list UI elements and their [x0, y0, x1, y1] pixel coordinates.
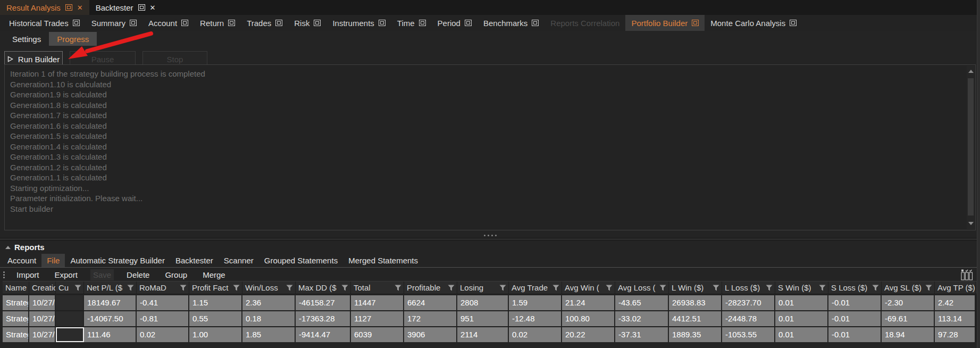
toolbar-grip-icon[interactable]: [3, 270, 6, 279]
table-cell[interactable]: 10/27/: [29, 295, 56, 310]
table-cell[interactable]: 18.94: [882, 327, 935, 342]
report-view-tab[interactable]: Portfolio Builder: [625, 15, 705, 31]
table-cell[interactable]: -69.61: [882, 311, 935, 326]
table-cell[interactable]: 1.15: [189, 295, 242, 310]
filter-icon[interactable]: [127, 285, 134, 291]
table-cell[interactable]: [56, 327, 84, 342]
report-view-tab[interactable]: Historical Trades: [3, 15, 86, 31]
column-header[interactable]: Avg SL ($): [882, 281, 935, 294]
table-cell[interactable]: 97.28: [935, 327, 976, 342]
filter-icon[interactable]: [341, 285, 348, 291]
toolbar-button[interactable]: Delete: [124, 269, 152, 280]
table-cell[interactable]: -0.01: [828, 311, 882, 326]
table-cell[interactable]: 4412.51: [669, 311, 722, 326]
column-header[interactable]: L Loss ($): [722, 281, 775, 294]
scroll-up-icon[interactable]: [968, 70, 974, 73]
popout-window-icon[interactable]: [275, 20, 282, 26]
collapse-arrow-icon[interactable]: [5, 246, 11, 249]
table-cell[interactable]: -37.31: [615, 327, 669, 342]
table-cell[interactable]: -2448.78: [722, 311, 775, 326]
reports-source-tab[interactable]: Automatic Strategy Builder: [65, 254, 170, 267]
table-cell[interactable]: -0.41: [137, 295, 189, 310]
column-header[interactable]: Avg Win (: [562, 281, 615, 294]
popout-window-icon[interactable]: [465, 20, 472, 26]
popout-window-icon[interactable]: [73, 20, 80, 26]
popout-window-icon[interactable]: [790, 20, 797, 26]
table-cell[interactable]: [56, 295, 84, 310]
column-header[interactable]: Name: [3, 281, 29, 294]
report-view-tab[interactable]: Reports Correlation: [545, 15, 625, 31]
document-tab[interactable]: Result Analysis ✕: [0, 0, 89, 15]
close-icon[interactable]: ✕: [77, 4, 83, 11]
table-cell[interactable]: 0.02: [509, 327, 562, 342]
report-view-tab[interactable]: Summary: [86, 15, 143, 31]
progress-log[interactable]: Iteration 1 of the strategy building pro…: [4, 64, 976, 230]
panel-splitter-handle[interactable]: [0, 233, 980, 238]
table-cell[interactable]: 0.01: [775, 295, 828, 310]
table-cell[interactable]: -12.48: [509, 311, 562, 326]
table-cell[interactable]: 2808: [457, 295, 509, 310]
report-view-tab[interactable]: Instruments: [326, 15, 391, 31]
column-header[interactable]: Avg TP ($): [935, 281, 976, 294]
table-row[interactable]: Strateg10/27/111.460.021.001.85-9414.476…: [3, 327, 977, 342]
report-view-tab[interactable]: Risk: [288, 15, 326, 31]
toolbar-button[interactable]: Merge: [200, 269, 228, 280]
popout-window-icon[interactable]: [130, 20, 137, 26]
popout-window-icon[interactable]: [419, 20, 426, 26]
column-header[interactable]: Net P/L ($: [84, 281, 137, 294]
log-scrollbar[interactable]: [967, 65, 975, 229]
table-cell[interactable]: Strateg: [3, 295, 29, 310]
table-cell[interactable]: -1053.55: [722, 327, 775, 342]
reports-source-tab[interactable]: Account: [2, 254, 41, 267]
table-cell[interactable]: -2.30: [882, 295, 935, 310]
table-cell[interactable]: 21.24: [562, 295, 615, 310]
table-cell[interactable]: -17363.28: [296, 311, 351, 326]
popout-window-icon[interactable]: [532, 20, 539, 26]
report-view-tab[interactable]: Monte Carlo Analysis: [705, 15, 802, 31]
table-cell[interactable]: -28237.70: [722, 295, 775, 310]
column-header[interactable]: Total: [351, 281, 404, 294]
reports-source-tab[interactable]: File: [41, 254, 65, 267]
popout-window-icon[interactable]: [138, 4, 145, 11]
filter-icon[interactable]: [819, 285, 826, 291]
filter-icon[interactable]: [552, 285, 559, 291]
column-header[interactable]: L Win ($): [669, 281, 722, 294]
report-view-tab[interactable]: Period: [432, 15, 478, 31]
reports-source-tab[interactable]: Grouped Statements: [259, 254, 343, 267]
filter-icon[interactable]: [659, 285, 666, 291]
table-cell[interactable]: 6624: [404, 295, 457, 310]
filter-icon[interactable]: [925, 285, 932, 291]
report-view-tab[interactable]: Time: [391, 15, 432, 31]
column-header[interactable]: S Loss ($): [828, 281, 882, 294]
table-cell[interactable]: 18149.67: [84, 295, 137, 310]
table-cell[interactable]: -0.81: [137, 311, 189, 326]
table-cell[interactable]: 0.01: [775, 327, 828, 342]
column-header[interactable]: Profitable: [404, 281, 457, 294]
filter-icon[interactable]: [606, 285, 613, 291]
table-cell[interactable]: 0.18: [242, 311, 296, 326]
filter-icon[interactable]: [180, 285, 187, 291]
table-cell[interactable]: -9414.47: [296, 327, 351, 342]
table-cell[interactable]: 6039: [351, 327, 404, 342]
column-chooser-icon[interactable]: [961, 269, 974, 280]
popout-window-icon[interactable]: [379, 20, 386, 26]
reports-source-tab[interactable]: Backtester: [170, 254, 219, 267]
builder-sub-tab[interactable]: Progress: [49, 32, 97, 46]
document-tab[interactable]: Backtester ✕: [89, 0, 162, 15]
table-cell[interactable]: 2.36: [242, 295, 296, 310]
report-view-tab[interactable]: Return: [194, 15, 241, 31]
table-cell[interactable]: 1.85: [242, 327, 296, 342]
table-cell[interactable]: 172: [404, 311, 457, 326]
popout-window-icon[interactable]: [314, 20, 321, 26]
table-cell[interactable]: 1.00: [189, 327, 242, 342]
filter-icon[interactable]: [286, 285, 293, 291]
filter-icon[interactable]: [233, 285, 240, 291]
table-cell[interactable]: 26938.83: [669, 295, 722, 310]
column-header[interactable]: Profit Fact: [189, 281, 242, 294]
table-cell[interactable]: -14067.50: [84, 311, 137, 326]
column-header[interactable]: RoMaD: [137, 281, 189, 294]
table-cell[interactable]: 2.42: [935, 295, 976, 310]
filter-icon[interactable]: [448, 285, 455, 291]
column-header[interactable]: S Win ($): [775, 281, 828, 294]
table-cell[interactable]: Strateg: [3, 311, 29, 326]
